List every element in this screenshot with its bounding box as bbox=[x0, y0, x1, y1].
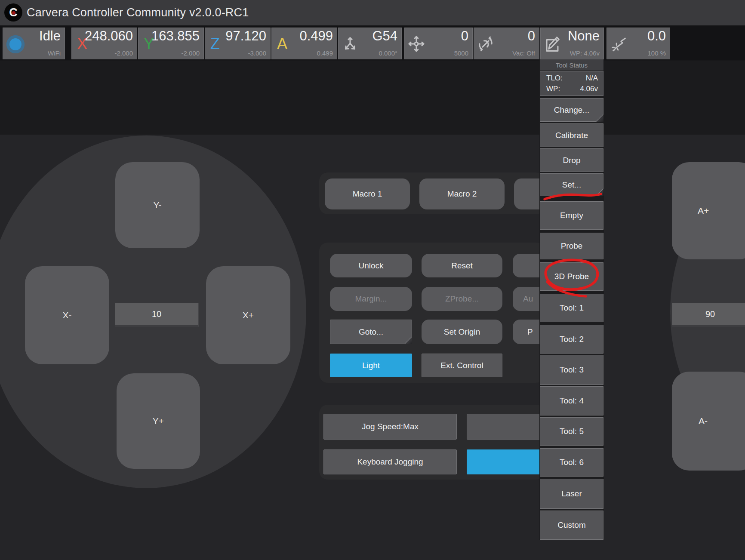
jog-speed-label: Jog Speed:Max bbox=[362, 422, 419, 431]
jog-a-step-value: 90 bbox=[705, 309, 715, 319]
keyboard-jogging-button[interactable]: Keyboard Jogging bbox=[323, 449, 457, 474]
jog-y-minus-button[interactable]: Y- bbox=[115, 162, 200, 248]
jog-x-plus-button[interactable]: X+ bbox=[206, 266, 290, 364]
axis-arrows-icon bbox=[342, 35, 359, 52]
tool-status-menu: Tool Status TLO: N/A WP: 4.06v Change...… bbox=[539, 59, 604, 540]
jog-a-minus-label: A- bbox=[699, 416, 708, 426]
y-axis-value: 163.855 bbox=[151, 28, 200, 44]
jog-speed-button[interactable]: Jog Speed:Max bbox=[323, 414, 457, 440]
menu-item-3d-probe-label: 3D Probe bbox=[554, 272, 589, 281]
machine-state-value: Idle bbox=[39, 28, 61, 44]
jog-x-minus-button[interactable]: X- bbox=[25, 266, 109, 364]
vacuum-state-label: Vac: Off bbox=[512, 49, 535, 57]
menu-item-change-label: Change... bbox=[554, 105, 589, 115]
menu-item-probe-label: Probe bbox=[561, 241, 583, 251]
menu-item-drop-label: Drop bbox=[563, 156, 580, 165]
unlock-button[interactable]: Unlock bbox=[330, 254, 412, 277]
macro-1-button[interactable]: Macro 1 bbox=[325, 178, 410, 209]
feed-value: 0 bbox=[461, 28, 468, 44]
menu-item-calibrate-label: Calibrate bbox=[555, 131, 588, 140]
status-cell-tool[interactable]: None WP: 4.06v bbox=[540, 28, 604, 59]
menu-item-laser[interactable]: Laser bbox=[540, 479, 603, 509]
set-origin-button[interactable]: Set Origin bbox=[422, 320, 502, 344]
connection-type-label: WiFi bbox=[48, 49, 61, 57]
light-button[interactable]: Light bbox=[330, 354, 412, 377]
wcs-value: G54 bbox=[372, 28, 397, 44]
macro-1-label: Macro 1 bbox=[353, 189, 382, 199]
x-axis-sub-value: -2.000 bbox=[114, 49, 133, 57]
menu-item-tool-1[interactable]: Tool: 1 bbox=[540, 294, 603, 322]
jog-x-plus-label: X+ bbox=[243, 310, 254, 320]
wcs-rotation-value: 0.000° bbox=[379, 49, 397, 57]
menu-item-tool-2[interactable]: Tool: 2 bbox=[540, 325, 603, 354]
laser-power-value: 100 % bbox=[647, 49, 666, 57]
jog-a-plus-button[interactable]: A+ bbox=[672, 162, 745, 259]
status-cell-feed[interactable]: 0 5000 bbox=[404, 28, 473, 59]
status-cell-laser[interactable]: 0.0 100 % bbox=[606, 28, 670, 59]
window-title: Carvera Controller Community v2.0.0-RC1 bbox=[27, 0, 249, 25]
menu-item-set[interactable]: Set... bbox=[540, 173, 603, 196]
y-axis-sub-value: -2.000 bbox=[181, 49, 200, 57]
reset-label: Reset bbox=[451, 261, 473, 271]
menu-item-tool-3[interactable]: Tool: 3 bbox=[540, 355, 603, 385]
status-cell-a-axis[interactable]: A 0.499 0.499 bbox=[271, 28, 337, 59]
jog-x-minus-label: X- bbox=[63, 310, 72, 320]
a-axis-sub-value: 0.499 bbox=[317, 49, 333, 57]
reset-button[interactable]: Reset bbox=[422, 254, 502, 277]
a-axis-letter: A bbox=[277, 35, 287, 53]
x-axis-value: 248.060 bbox=[85, 28, 133, 44]
jog-step-field[interactable]: 10 bbox=[115, 303, 199, 327]
zprobe-button[interactable]: ZProbe... bbox=[422, 287, 502, 311]
jog-a-step-field[interactable]: 90 bbox=[672, 303, 745, 327]
menu-item-probe[interactable]: Probe bbox=[540, 233, 603, 259]
jog-a-plus-label: A+ bbox=[698, 206, 709, 216]
menu-item-empty-label: Empty bbox=[560, 211, 583, 220]
jog-y-plus-label: Y+ bbox=[153, 416, 164, 426]
wp-row: WP: 4.06v bbox=[546, 85, 598, 93]
feed-max-value: 5000 bbox=[454, 49, 468, 57]
menu-item-tool-6-label: Tool: 6 bbox=[560, 458, 584, 467]
status-bar: Idle WiFi X 248.060 -2.000 Y 163.855 -2.… bbox=[0, 25, 745, 61]
ext-control-button[interactable]: Ext. Control bbox=[422, 354, 502, 377]
menu-item-drop[interactable]: Drop bbox=[540, 148, 603, 172]
tool-edit-icon bbox=[544, 35, 561, 52]
menu-item-custom[interactable]: Custom bbox=[540, 511, 603, 540]
menu-item-tool-4-label: Tool: 4 bbox=[560, 396, 584, 406]
wp-label: WP: bbox=[546, 85, 560, 93]
jog-y-plus-button[interactable]: Y+ bbox=[117, 373, 200, 469]
laser-value: 0.0 bbox=[647, 28, 666, 44]
menu-item-laser-label: Laser bbox=[561, 489, 582, 498]
menu-item-tool-1-label: Tool: 1 bbox=[560, 303, 584, 313]
status-cell-x-axis[interactable]: X 248.060 -2.000 bbox=[71, 28, 137, 59]
macro-2-button[interactable]: Macro 2 bbox=[419, 178, 505, 209]
jog-a-minus-button[interactable]: A- bbox=[672, 372, 745, 471]
status-cell-y-axis[interactable]: Y 163.855 -2.000 bbox=[138, 28, 204, 59]
goto-label: Goto... bbox=[359, 327, 383, 337]
macro-2-label: Macro 2 bbox=[447, 189, 477, 199]
menu-item-set-label: Set... bbox=[562, 180, 581, 190]
connection-dot-icon bbox=[6, 35, 25, 53]
menu-item-3d-probe[interactable]: 3D Probe bbox=[540, 262, 603, 291]
status-cell-z-axis[interactable]: Z 97.120 -3.000 bbox=[205, 28, 271, 59]
menu-item-tool-5[interactable]: Tool: 5 bbox=[540, 417, 603, 446]
menu-item-tool-4[interactable]: Tool: 4 bbox=[540, 386, 603, 415]
status-cell-spindle[interactable]: 0 Vac: Off bbox=[474, 28, 539, 59]
menu-item-calibrate[interactable]: Calibrate bbox=[540, 123, 603, 147]
spindle-value: 0 bbox=[528, 28, 535, 44]
margin-label: Margin... bbox=[355, 294, 387, 304]
ext-control-label: Ext. Control bbox=[440, 361, 483, 370]
tlo-value: N/A bbox=[586, 74, 598, 83]
status-cell-connection[interactable]: Idle WiFi bbox=[3, 28, 65, 59]
wp-value: 4.06v bbox=[580, 85, 598, 93]
tool-menu-info: TLO: N/A WP: 4.06v bbox=[540, 71, 603, 96]
goto-button[interactable]: Goto... bbox=[330, 320, 412, 344]
unlock-label: Unlock bbox=[358, 261, 383, 271]
menu-item-change[interactable]: Change... bbox=[540, 98, 603, 122]
margin-button[interactable]: Margin... bbox=[330, 287, 412, 311]
menu-item-empty[interactable]: Empty bbox=[540, 201, 603, 230]
zprobe-label: ZProbe... bbox=[445, 294, 479, 304]
menu-item-tool-6[interactable]: Tool: 6 bbox=[540, 448, 603, 477]
z-axis-sub-value: -3.000 bbox=[248, 49, 266, 57]
status-cell-wcs[interactable]: G54 0.000° bbox=[338, 28, 402, 59]
tool-menu-header: Tool Status bbox=[540, 59, 603, 71]
